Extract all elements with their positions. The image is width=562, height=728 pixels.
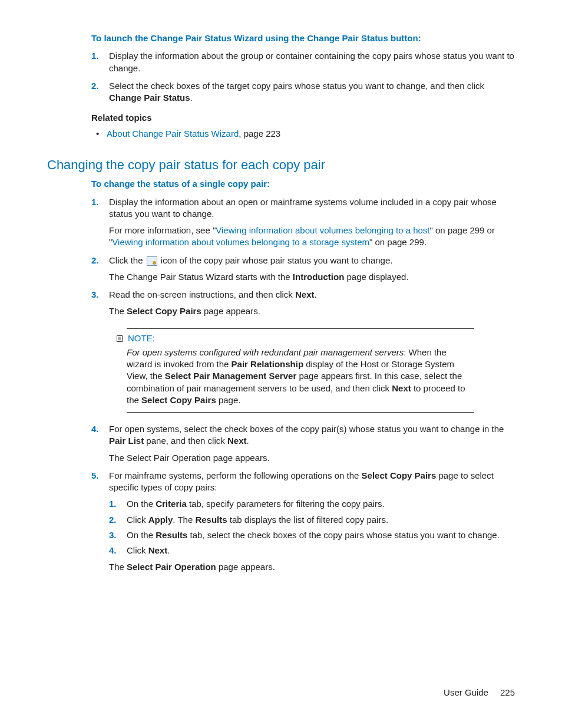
text: , page 223 bbox=[239, 129, 280, 139]
related-topics-list: About Change Pair Status Wizard, page 22… bbox=[91, 128, 515, 140]
ui-label: Apply bbox=[148, 515, 173, 525]
svg-rect-0 bbox=[117, 335, 123, 341]
ui-label: Results bbox=[156, 530, 187, 540]
list-item: Select the check boxes of the target cop… bbox=[91, 80, 515, 104]
text: On the bbox=[127, 530, 156, 540]
text: For more information, see " bbox=[109, 225, 216, 235]
text: Click the bbox=[109, 255, 146, 265]
note-label: NOTE: bbox=[128, 332, 155, 344]
ui-label: Pair Relationship bbox=[232, 359, 304, 369]
note-box: NOTE: For open systems configured with r… bbox=[127, 328, 474, 413]
list-item: On the Results tab, select the check box… bbox=[109, 529, 515, 541]
procedure-heading-2: To change the status of a single copy pa… bbox=[91, 178, 515, 190]
list-item: Display the information about an open or… bbox=[91, 196, 515, 249]
cross-ref-link[interactable]: Viewing information about volumes belong… bbox=[216, 225, 429, 235]
text: Display the information about the group … bbox=[109, 51, 514, 73]
ui-label: Next bbox=[148, 545, 168, 555]
list-item: For mainframe systems, perform the follo… bbox=[91, 470, 515, 574]
text: tab, select the check boxes of the copy … bbox=[187, 530, 499, 540]
text: . bbox=[167, 545, 170, 555]
list-item: About Change Pair Status Wizard, page 22… bbox=[91, 128, 515, 140]
text: On the bbox=[127, 499, 156, 509]
ui-label: Change Pair Status bbox=[109, 93, 190, 103]
sub-list: On the Criteria tab, specify parameters … bbox=[109, 498, 515, 556]
ui-label: Select Copy Pairs bbox=[127, 306, 201, 316]
text: icon of the copy pair whose pair status … bbox=[158, 255, 393, 265]
ui-label: Select Copy Pairs bbox=[141, 395, 216, 405]
procedure-heading-1: To launch the Change Pair Status Wizard … bbox=[91, 32, 515, 44]
page-number: 225 bbox=[500, 687, 515, 697]
copy-pair-icon bbox=[147, 256, 157, 266]
text: page appears. bbox=[201, 306, 260, 316]
text: The Change Pair Status Wizard starts wit… bbox=[109, 272, 293, 282]
page-footer: User Guide225 bbox=[444, 687, 515, 699]
ui-label: Criteria bbox=[156, 499, 187, 509]
list-item: Click Apply. The Results tab displays th… bbox=[109, 514, 515, 526]
text: pane, and then click bbox=[144, 436, 227, 446]
ui-label: Pair List bbox=[109, 436, 144, 446]
text: Click bbox=[127, 515, 148, 525]
ui-label: Next bbox=[392, 383, 411, 393]
text: For open systems configured with redunda… bbox=[127, 347, 404, 357]
text: For open systems, select the check boxes… bbox=[109, 424, 504, 434]
text: page appears. bbox=[216, 562, 275, 572]
procedure-list-1: Display the information about the group … bbox=[91, 50, 515, 104]
text: page displayed. bbox=[344, 272, 408, 282]
section-heading: Changing the copy pair status for each c… bbox=[47, 156, 515, 174]
text: Read the on-screen instructions, and the… bbox=[109, 289, 295, 299]
text: . bbox=[190, 93, 193, 103]
ui-label: Next bbox=[295, 289, 315, 299]
cross-ref-link[interactable]: Viewing information about volumes belong… bbox=[112, 237, 369, 247]
text: page. bbox=[216, 395, 241, 405]
list-item: For open systems, select the check boxes… bbox=[91, 423, 515, 464]
footer-label: User Guide bbox=[444, 687, 488, 697]
ui-label: Next bbox=[227, 436, 247, 446]
text: The Select Pair Operation page appears. bbox=[109, 453, 270, 463]
procedure-list-2: Display the information about an open or… bbox=[91, 196, 515, 574]
note-icon bbox=[116, 334, 124, 342]
text: The bbox=[109, 306, 127, 316]
list-item: Read the on-screen instructions, and the… bbox=[91, 289, 515, 413]
text: tab displays the list of filtered copy p… bbox=[227, 515, 388, 525]
ui-label: Select Copy Pairs bbox=[362, 470, 437, 480]
list-item: Display the information about the group … bbox=[91, 50, 515, 74]
text: For mainframe systems, perform the follo… bbox=[109, 470, 362, 480]
list-item: Click the icon of the copy pair whose pa… bbox=[91, 255, 515, 284]
related-topics-heading: Related topics bbox=[91, 112, 515, 124]
text: . bbox=[315, 289, 317, 299]
ui-label: Select Pair Management Server bbox=[165, 371, 296, 381]
text: The bbox=[109, 562, 127, 572]
cross-ref-link[interactable]: About Change Pair Status Wizard bbox=[107, 129, 239, 139]
text: tab, specify parameters for filtering th… bbox=[187, 499, 385, 509]
text: Display the information about an open or… bbox=[109, 197, 497, 219]
text: " on page 299. bbox=[369, 237, 427, 247]
ui-label: Results bbox=[195, 515, 227, 525]
ui-label: Introduction bbox=[293, 272, 344, 282]
text: . bbox=[246, 436, 249, 446]
list-item: On the Criteria tab, specify parameters … bbox=[109, 498, 515, 510]
text: Click bbox=[127, 545, 148, 555]
ui-label: Select Pair Operation bbox=[127, 562, 216, 572]
text: Select the check boxes of the target cop… bbox=[109, 81, 484, 91]
list-item: Click Next. bbox=[109, 545, 515, 556]
text: . The bbox=[173, 515, 195, 525]
